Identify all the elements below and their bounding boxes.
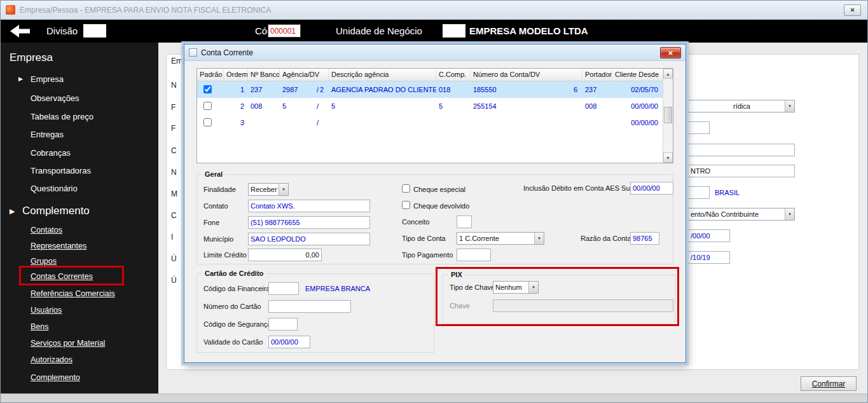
chevron-down-icon: ▾ [785, 100, 794, 112]
tipo-conta-value: 1 C.Corrente [457, 235, 534, 242]
conceito-input[interactable] [457, 215, 472, 228]
unidade-negocio-input[interactable] [443, 24, 465, 38]
back-arrow-icon [8, 24, 31, 38]
razao-conta-input[interactable] [630, 232, 659, 245]
cell-banco: 237 [248, 86, 280, 93]
data-input-2[interactable] [688, 251, 730, 264]
column-header-descricao[interactable]: Descrição agência [329, 69, 436, 81]
finalidade-select[interactable]: Receber ▾ [248, 183, 289, 196]
sidebar-item-tabelas-de-preco[interactable]: Tabelas de preço [31, 112, 93, 121]
pais-code-input[interactable] [688, 186, 710, 199]
tipo-pagamento-input[interactable] [457, 249, 491, 261]
cell-portador: 008 [582, 102, 612, 110]
sidebar-link-servicos-por-material[interactable]: Serviços por Material [31, 339, 105, 348]
sidebar-item-questionario[interactable]: Questionário [31, 184, 78, 193]
codigo-financeira-input[interactable] [268, 282, 299, 295]
fone-input[interactable] [248, 216, 370, 229]
column-header-conta[interactable]: Número da Conta/DV [471, 69, 582, 81]
sidebar-item-observacoes[interactable]: Observações [31, 93, 79, 103]
sidebar-link-referencias-comerciais[interactable]: Referências Comerciais [31, 289, 115, 298]
divisao-input[interactable] [83, 24, 106, 38]
limite-credito-label: Limite Crédito [203, 249, 247, 261]
cell-portador: 237 [582, 86, 612, 93]
sidebar-link-bens[interactable]: Bens [31, 322, 49, 331]
field-label-fragment: Ú [171, 276, 177, 285]
sidebar-link-representantes[interactable]: Representantes [31, 242, 86, 250]
sidebar-item-cobrancas[interactable]: Cobranças [31, 148, 71, 158]
column-header-ccomp[interactable]: C.Comp. [436, 69, 471, 81]
sidebar-link-contas-correntes[interactable]: Contas Correntes [31, 272, 93, 281]
back-button[interactable] [8, 22, 38, 40]
table-row[interactable]: 2 008 5 / 5 5 255154 008 00/00/00 [197, 98, 673, 114]
cartao-groupbox-title: Cartão de Crédito [202, 270, 266, 277]
tipo-pessoa-select[interactable]: rídica ▾ [688, 100, 795, 113]
scroll-down-icon[interactable]: ▼ [663, 153, 673, 163]
data-input-1[interactable] [688, 229, 730, 242]
table-row[interactable]: 3 / 00/00/00 [197, 114, 673, 131]
scrollbar-thumb[interactable] [664, 107, 672, 123]
inclusao-debito-input[interactable] [630, 182, 673, 195]
cell-cliente-desde: 00/00/00 [612, 102, 661, 110]
cell-descricao: 5 [329, 102, 436, 110]
window-titlebar: Empresa/Pessoa - EMPRESA PARA ENVIO NOTA… [1, 1, 867, 20]
agencia-separator: / [317, 119, 319, 126]
cell-agencia: / [280, 119, 329, 126]
validade-cartao-input[interactable] [268, 336, 310, 348]
vertical-scrollbar[interactable]: ▲ ▼ [663, 69, 673, 163]
tipo-conta-select[interactable]: 1 C.Corrente ▾ [457, 232, 544, 245]
scroll-up-icon[interactable]: ▲ [663, 69, 673, 79]
cheque-especial-checkbox[interactable] [402, 184, 410, 193]
chevron-down-icon: ▾ [528, 282, 538, 293]
geral-groupbox: Geral Finalidade Receber ▾ Contato Fone … [196, 174, 673, 264]
sidebar-link-grupos[interactable]: Grupos [31, 257, 57, 266]
contas-table: Padrão Ordem Nº Banco Agência/DV Descriç… [196, 68, 673, 163]
cheque-devolvido-checkbox[interactable] [402, 201, 410, 209]
contato-input[interactable] [248, 200, 370, 212]
cell-agencia: 5 / [280, 102, 329, 110]
limite-credito-input[interactable] [248, 249, 322, 261]
column-header-portador[interactable]: Portador [582, 69, 612, 81]
contribuinte-select[interactable]: ento/Não Contribuinte ▾ [688, 208, 795, 221]
fone-label: Fone [203, 216, 219, 229]
column-header-ordem[interactable]: Ordem [224, 69, 248, 81]
field-label-fragment: M [171, 189, 177, 198]
sidebar-link-contatos[interactable]: Contatos [31, 226, 62, 235]
codigo-input[interactable] [268, 24, 301, 38]
column-header-cliente-desde[interactable]: Cliente Desde [612, 69, 661, 81]
form-small-input[interactable] [688, 121, 710, 134]
column-header-padrao[interactable]: Padrão [197, 69, 224, 81]
geral-groupbox-title: Geral [202, 170, 225, 178]
numero-cartao-input[interactable] [268, 300, 351, 313]
codigo-seguranca-input[interactable] [268, 318, 298, 331]
municipio-input[interactable] [248, 233, 370, 245]
sidebar-link-autorizados[interactable]: Autorizados [31, 355, 72, 364]
column-header-banco[interactable]: Nº Banco [248, 69, 280, 81]
column-header-agencia[interactable]: Agência/DV [280, 69, 329, 81]
padrao-checkbox[interactable] [203, 85, 212, 93]
cell-cliente-desde: 00/00/00 [612, 119, 661, 126]
agencia-numero: 2987 [282, 86, 317, 93]
dialog-titlebar: Conta Corrente ✕ [184, 44, 685, 61]
conceito-label: Conceito [402, 215, 429, 228]
table-row[interactable]: 1 237 2987 / 2 AGENCIA PADRAO DO CLIENTE… [197, 81, 673, 98]
sidebar-link-complemento[interactable]: Complemento [31, 373, 80, 382]
contato-label: Contato [203, 200, 228, 212]
unidade-negocio-label: Unidade de Negócio [336, 20, 422, 43]
dialog-title: Conta Corrente [201, 48, 253, 57]
field-label-fragment: C [171, 146, 177, 155]
form-text-input[interactable] [688, 144, 795, 156]
bairro-input[interactable] [688, 165, 795, 177]
sidebar-item-transportadoras[interactable]: Transportadoras [31, 166, 91, 175]
sidebar-section-empresa-title: Empresa [10, 51, 53, 64]
top-header-bar: Divisão Código Unidade de Negócio EMPRES… [1, 20, 867, 43]
dialog-close-button[interactable]: ✕ [660, 47, 681, 58]
confirmar-button[interactable]: Confirmar [801, 376, 857, 391]
sidebar-link-usuarios[interactable]: Usuários [31, 306, 62, 315]
tipo-chave-select[interactable]: Nenhum ▾ [493, 281, 539, 294]
sidebar-item-entregas[interactable]: Entregas [31, 130, 64, 139]
window-close-button[interactable]: ✕ [844, 4, 861, 16]
padrao-checkbox[interactable] [203, 118, 212, 126]
sidebar-item-empresa[interactable]: Empresa [31, 74, 64, 84]
padrao-checkbox[interactable] [203, 102, 212, 110]
finalidade-value: Receber [249, 186, 279, 193]
